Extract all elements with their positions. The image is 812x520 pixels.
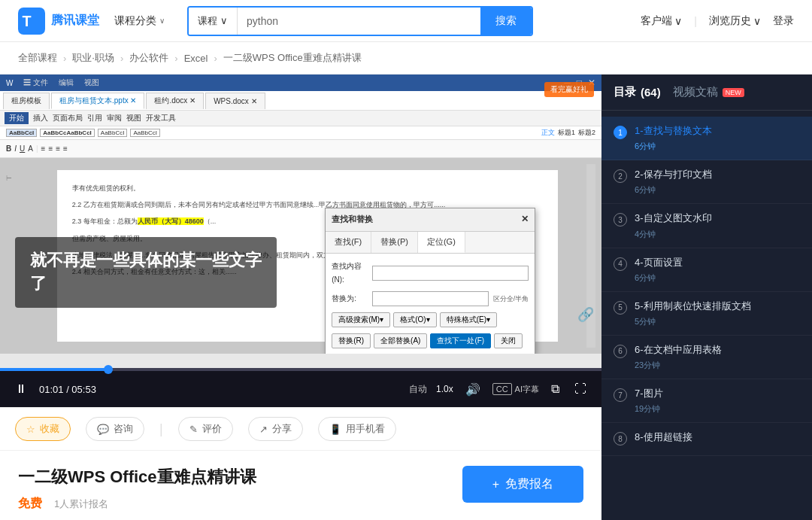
- search-type-chevron: ∨: [220, 15, 228, 26]
- review-button[interactable]: ✎ 评价: [178, 417, 233, 441]
- share-button[interactable]: ↗ 分享: [248, 417, 303, 441]
- login-button[interactable]: 登录: [773, 14, 794, 28]
- wps-ribbon-insert[interactable]: 插入: [33, 113, 48, 123]
- find-dialog-tabs: 查找(F) 替换(P) 定位(G): [326, 232, 535, 254]
- video-player[interactable]: W ☰ 文件 编辑 视图 ─ □ ✕: [0, 75, 601, 407]
- courses-nav-chevron: ∨: [159, 17, 165, 25]
- review-icon: ✎: [189, 424, 198, 435]
- consult-button[interactable]: 💬 咨询: [86, 417, 144, 441]
- replace-input[interactable]: [372, 291, 488, 306]
- style-heading1[interactable]: AaBbCcAaBbCcI: [40, 129, 94, 137]
- sidebar-item-5[interactable]: 5 5-利用制表位快速排版文档 5分钟: [601, 292, 812, 336]
- client-nav[interactable]: 客户端 ∨: [641, 14, 682, 28]
- wps-ribbon-refs[interactable]: 引用: [87, 113, 102, 123]
- fmt-divider: |: [36, 144, 38, 153]
- wps-styles-bar: AaBbCcI AaBbCcAaBbCcI AaBbCcI AaBbCcI 正文…: [0, 126, 601, 140]
- tab-catalog[interactable]: 目录 (64): [614, 85, 661, 99]
- collect-label: 收藏: [40, 422, 59, 436]
- fmt-strikethrough[interactable]: A: [28, 144, 33, 153]
- search-input[interactable]: [238, 8, 480, 35]
- find-input[interactable]: [372, 266, 529, 281]
- wps-menu-file[interactable]: ☰ 文件: [19, 78, 53, 88]
- style-normal[interactable]: AaBbCcI: [6, 129, 37, 137]
- sidebar-item-2[interactable]: 2 2-保存与打印文档 6分钟: [601, 160, 812, 204]
- sidebar-item-6[interactable]: 6 6-在文档中应用表格 23分钟: [601, 336, 812, 379]
- wps-tab-1[interactable]: 租房模板: [3, 93, 50, 109]
- sidebar-item-3[interactable]: 3 3-自定义图文水印 4分钟: [601, 204, 812, 248]
- wps-menu-view[interactable]: 视图: [80, 78, 104, 88]
- find-replace-dialog: 查找和替换 ✕ 查找(F) 替换(P) 定位(G): [325, 208, 535, 354]
- share-overlay-icon: 🔗: [577, 306, 594, 323]
- wps-tab-3[interactable]: 租约.docx ✕: [146, 93, 204, 109]
- wps-tab-2[interactable]: 租房与租赁文本.pptx ✕: [51, 93, 144, 109]
- fullscreen-button[interactable]: ⛶: [571, 379, 589, 399]
- fmt-bold[interactable]: B: [6, 144, 11, 153]
- find-dialog-title-text: 查找和替换: [332, 212, 373, 227]
- close-dialog-btn[interactable]: 关闭: [494, 333, 523, 348]
- wps-ribbon-view[interactable]: 视图: [126, 113, 141, 123]
- special-btn[interactable]: 特殊格式(E)▾: [440, 312, 497, 327]
- volume-button[interactable]: 🔊: [462, 379, 483, 400]
- breadcrumb-sep-3: ›: [174, 53, 177, 64]
- find-next-btn[interactable]: 查找下一处(F): [430, 333, 491, 348]
- sidebar-item-4[interactable]: 4 4-页面设置 6分钟: [601, 248, 812, 292]
- find-dialog-close[interactable]: ✕: [521, 211, 529, 228]
- breadcrumb-office[interactable]: 办公软件: [129, 51, 168, 65]
- wps-menu-edit[interactable]: 编辑: [54, 78, 78, 88]
- item-2-num: 2: [614, 169, 627, 183]
- fmt-align-center[interactable]: ≡: [48, 144, 53, 153]
- sidebar-item-7[interactable]: 7 7-图片 19分钟: [601, 379, 812, 423]
- replace-all-btn[interactable]: 全部替换(A): [374, 333, 427, 348]
- logo[interactable]: T 腾讯课堂: [18, 8, 99, 35]
- item-1-num: 1: [614, 126, 627, 139]
- replace-option[interactable]: 区分全/半角: [493, 293, 529, 305]
- wps-tab-4[interactable]: WPS.docx ✕: [205, 93, 265, 109]
- progress-container[interactable]: [0, 368, 601, 371]
- history-nav[interactable]: 浏览历史 ∨: [709, 14, 761, 28]
- mobile-button[interactable]: 📱 用手机看: [318, 417, 396, 441]
- progress-handle[interactable]: [104, 365, 113, 374]
- find-tab[interactable]: 查找(F): [326, 232, 371, 254]
- tab-video-text[interactable]: 视频文稿 NEW: [673, 85, 744, 99]
- find-label: 查找内容(N):: [332, 260, 368, 287]
- search-button[interactable]: 搜索: [480, 8, 532, 35]
- wps-ribbon-layout[interactable]: 页面布局: [53, 113, 83, 123]
- format-btn[interactable]: 格式(O)▾: [393, 312, 436, 327]
- pip-button[interactable]: ⧉: [548, 379, 562, 399]
- search-type-selector[interactable]: 课程 ∨: [189, 8, 238, 35]
- wps-ribbon-review[interactable]: 审阅: [107, 113, 122, 123]
- fmt-align-justify[interactable]: ≡: [63, 144, 68, 153]
- svg-text:T: T: [22, 13, 31, 29]
- collect-button[interactable]: ☆ 收藏: [15, 417, 71, 441]
- item-1-duration: 6分钟: [635, 141, 800, 152]
- replace-tab[interactable]: 替换(P): [371, 232, 418, 254]
- fmt-align-left[interactable]: ≡: [41, 144, 46, 153]
- caption-icon: CC: [492, 383, 512, 395]
- courses-nav[interactable]: 课程分类 ∨: [114, 14, 165, 28]
- breadcrumb-home[interactable]: 全部课程: [18, 51, 57, 65]
- history-chevron: ∨: [753, 15, 761, 27]
- wps-ribbon: 开始 插入 页面布局 引用 审阅 视图 开发工具: [0, 111, 601, 126]
- wps-ribbon-open[interactable]: 开始: [5, 112, 29, 124]
- progress-fill: [0, 368, 108, 371]
- rate-label[interactable]: 1.0x: [436, 384, 453, 394]
- goto-tab[interactable]: 定位(G): [418, 232, 465, 254]
- style-heading2[interactable]: AaBbCcI: [98, 129, 128, 137]
- advanced-search-btn[interactable]: 高级搜索(M)▾: [332, 312, 390, 327]
- fmt-italic[interactable]: I: [14, 144, 17, 153]
- wps-ribbon-dev[interactable]: 开发工具: [146, 113, 176, 123]
- fmt-underline[interactable]: U: [20, 144, 25, 153]
- auto-label[interactable]: 自动: [409, 383, 427, 396]
- item-1-title: 1-查找与替换文本: [635, 124, 800, 138]
- replace-btn[interactable]: 替换(R): [332, 333, 371, 348]
- sidebar: 目录 (64) 视频文稿 NEW 1 1-查找与替换文本 6分钟 2 2: [601, 75, 812, 520]
- enroll-button[interactable]: + 免费报名: [462, 466, 583, 503]
- fmt-align-right[interactable]: ≡: [56, 144, 60, 153]
- sidebar-item-8[interactable]: 8 8-使用超链接: [601, 423, 812, 455]
- breadcrumb-excel[interactable]: Excel: [184, 53, 208, 64]
- style-heading3[interactable]: AaBbCcI: [130, 129, 160, 137]
- play-pause-button[interactable]: ⏸: [12, 379, 30, 399]
- ai-caption-toggle[interactable]: CC AI字幕: [492, 383, 539, 395]
- breadcrumb-career[interactable]: 职业·职场: [72, 51, 114, 65]
- sidebar-item-1[interactable]: 1 1-查找与替换文本 6分钟: [601, 117, 812, 160]
